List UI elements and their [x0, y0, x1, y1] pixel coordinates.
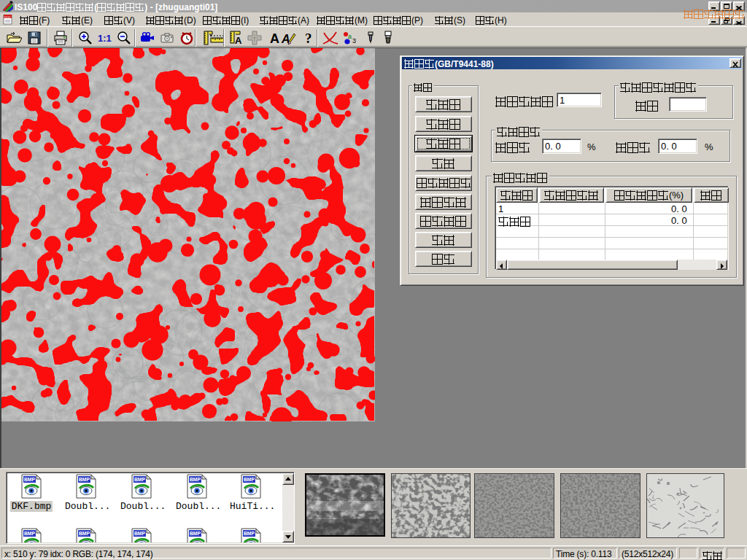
svg-text:BMP: BMP — [134, 477, 145, 482]
svg-text:BMP: BMP — [190, 531, 201, 536]
svg-text:a: a — [348, 33, 352, 40]
svg-text:BMP: BMP — [244, 531, 255, 536]
svg-text:A: A — [235, 35, 242, 46]
svg-text:BMP: BMP — [190, 477, 201, 482]
svg-text:BMP: BMP — [244, 477, 255, 482]
svg-text:BMP: BMP — [79, 531, 90, 536]
svg-text:DOC: DOC — [4, 15, 11, 19]
svg-text:BMP: BMP — [79, 477, 90, 482]
svg-text:BMP: BMP — [24, 477, 35, 482]
svg-text:1:1: 1:1 — [98, 33, 112, 44]
svg-text:3: 3 — [352, 37, 356, 44]
svg-text:BMP: BMP — [24, 531, 35, 536]
svg-text:BMP: BMP — [134, 531, 145, 536]
svg-text:?: ? — [305, 31, 312, 46]
svg-text:A: A — [270, 31, 279, 46]
